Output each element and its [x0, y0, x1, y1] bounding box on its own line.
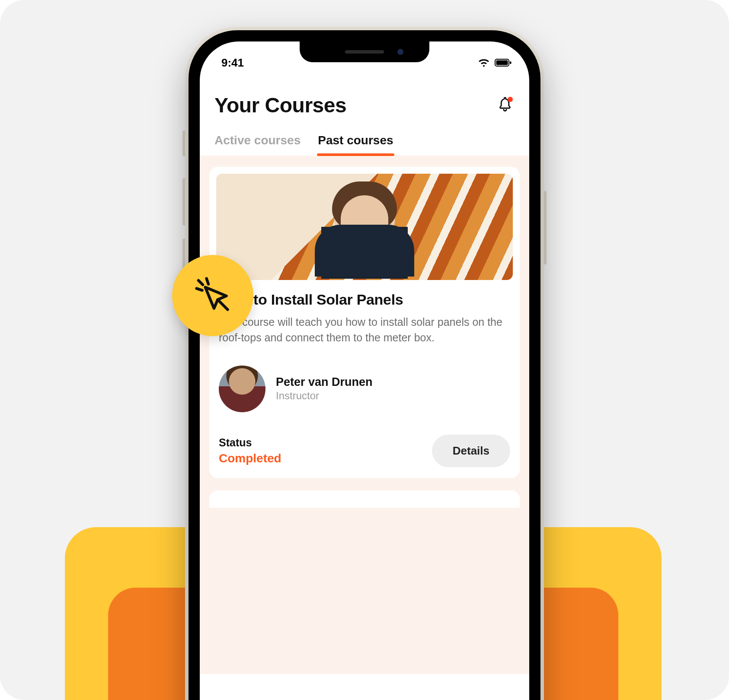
thumbnail-person: [328, 181, 401, 268]
svg-line-3: [207, 279, 208, 284]
course-thumbnail: [216, 174, 513, 280]
next-course-card-peek: [209, 490, 520, 508]
battery-icon: [495, 58, 512, 67]
svg-line-5: [198, 280, 203, 285]
instructor-row: Peter van Drunen Instructor: [219, 366, 510, 412]
svg-rect-1: [496, 60, 508, 65]
tab-past-courses[interactable]: Past courses: [318, 127, 393, 155]
phone-front-camera: [397, 49, 403, 55]
stage: 9:41: [0, 0, 729, 700]
phone-speaker: [345, 50, 384, 54]
svg-rect-2: [510, 61, 512, 64]
status-value: Completed: [219, 452, 281, 465]
instructor-avatar: [219, 366, 265, 412]
instructor-text: Peter van Drunen Instructor: [276, 375, 373, 402]
status-label: Status: [219, 436, 281, 449]
status-block: Status Completed: [219, 436, 281, 465]
svg-line-4: [197, 289, 202, 290]
details-button[interactable]: Details: [432, 435, 510, 467]
phone-mockup: 9:41: [185, 27, 544, 700]
notifications-button[interactable]: [496, 96, 515, 115]
phone-screen: 9:41: [200, 41, 529, 700]
click-cursor-badge: [172, 255, 253, 336]
svg-line-6: [218, 300, 228, 310]
page-title: Your Courses: [214, 93, 346, 117]
instructor-name: Peter van Drunen: [276, 375, 373, 389]
tab-active-courses[interactable]: Active courses: [214, 127, 301, 155]
phone-notch: [300, 41, 429, 62]
status-row: Status Completed Details: [219, 435, 510, 467]
phone-frame: 9:41: [189, 30, 540, 700]
course-card[interactable]: How to Install Solar Panels This course …: [209, 167, 520, 478]
app-header: Your Courses: [200, 76, 529, 127]
status-icons: [477, 58, 512, 67]
course-title: How to Install Solar Panels: [219, 291, 510, 308]
cursor-click-icon: [193, 275, 233, 316]
course-description: This course will teach you how to instal…: [219, 314, 510, 346]
content-area: How to Install Solar Panels This course …: [200, 156, 529, 674]
notification-dot: [508, 97, 513, 102]
instructor-role: Instructor: [276, 390, 373, 402]
status-time: 9:41: [221, 56, 244, 70]
tabs: Active courses Past courses: [200, 127, 529, 156]
wifi-icon: [477, 58, 490, 67]
